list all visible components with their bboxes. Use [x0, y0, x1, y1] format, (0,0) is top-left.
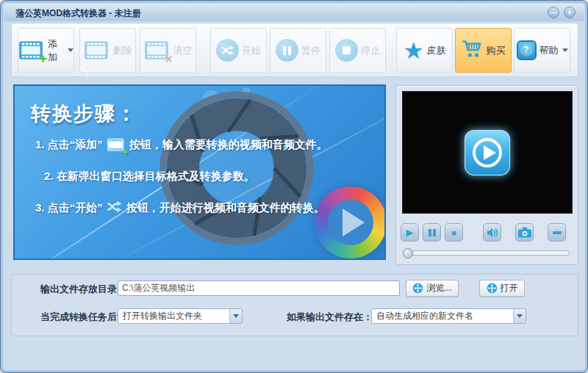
play-triangle-icon — [343, 209, 365, 236]
stop-button: 停止 — [329, 28, 386, 73]
minus-icon — [86, 66, 87, 80]
close-button[interactable]: × — [564, 7, 576, 18]
title-bar[interactable]: 蒲公英MOD格式转换器 - 未注册 — × — [4, 4, 584, 21]
clear-label: 清空 — [173, 44, 193, 57]
steps-panel-background: 转换步骤： 1. 点击“添加” + 按钮，输入需要转换的视频和音频文件。 2. … — [13, 84, 386, 260]
big-play-button[interactable] — [465, 130, 510, 175]
step-2: 2. 在新弹出窗口选择目标格式及转换参数。 — [44, 170, 255, 184]
dropdown-arrow-icon — [68, 48, 74, 52]
play-icon: ▶ — [406, 227, 414, 238]
clear-button: × 清空 — [140, 28, 196, 73]
steps-title: 转换步骤： — [31, 101, 137, 127]
skin-button[interactable]: ★ 皮肤 — [396, 28, 453, 73]
chevron-down-icon[interactable] — [513, 309, 526, 323]
step-1: 1. 点击“添加” + 按钮，输入需要转换的视频和音频文件。 — [35, 137, 328, 153]
output-dir-label: 输出文件存放目录： — [40, 283, 126, 296]
preview-panel: ▶ ■ — [395, 85, 578, 265]
delete-button: 删除 — [79, 28, 136, 73]
play-button[interactable]: ▶ — [401, 223, 419, 242]
cart-icon — [462, 39, 484, 62]
output-dir-input[interactable] — [118, 280, 400, 296]
reel-icon — [487, 283, 498, 294]
start-button: 开始 — [210, 28, 267, 73]
stop-icon — [335, 39, 358, 62]
add-label: 添加 — [48, 37, 64, 64]
camera-icon — [518, 227, 531, 238]
buy-button[interactable]: 购买 — [455, 28, 512, 73]
film-delete-icon — [84, 40, 110, 62]
after-task-select[interactable]: 打开转换输出文件夹 — [118, 308, 243, 324]
pause-label: 暂停 — [301, 44, 320, 57]
minus-icon — [553, 231, 562, 234]
stop-label: 停止 — [361, 44, 380, 57]
step-3-text: 3. 点击“开始” — [35, 201, 103, 215]
step-1-text: 1. 点击“添加” — [35, 138, 103, 152]
shuffle-icon — [216, 39, 239, 62]
seek-thumb[interactable] — [403, 248, 413, 258]
stop-button[interactable]: ■ — [445, 223, 463, 242]
buy-label: 购买 — [487, 44, 506, 57]
minimize-icon: — — [551, 9, 557, 16]
app-window: 蒲公英MOD格式转换器 - 未注册 — × + 添加 删除 × 清空 — [0, 0, 588, 373]
film-clear-icon: × — [144, 40, 171, 62]
steps-panel: 转换步骤： 1. 点击“添加” + 按钮，输入需要转换的视频和音频文件。 2. … — [12, 84, 387, 261]
step-1-text: 按钮，输入需要转换的视频和音频文件。 — [129, 138, 328, 152]
open-button[interactable]: 打开 — [479, 280, 525, 297]
after-task-label: 当完成转换任务后： — [40, 311, 126, 324]
pause-button[interactable] — [423, 223, 441, 242]
speaker-icon — [487, 228, 498, 238]
film-add-icon: + — [107, 137, 126, 153]
output-settings-panel: 输出文件存放目录： 浏览... 打开 当完成转换任务后： 打开转换输出文件夹 如… — [11, 274, 578, 336]
help-button[interactable]: ? 帮助 — [514, 28, 570, 73]
step-3: 3. 点击“开始” 按钮，开始进行视频和音频文件的转换。 — [35, 200, 325, 215]
pause-icon — [429, 229, 436, 236]
rainbow-play-graphic — [315, 186, 386, 258]
start-label: 开始 — [242, 44, 261, 57]
plus-icon: + — [39, 54, 47, 64]
volume-button[interactable] — [483, 223, 501, 242]
cross-icon: × — [165, 54, 173, 64]
delete-label: 删除 — [113, 44, 132, 57]
skin-label: 皮肤 — [427, 44, 446, 57]
step-3-text: 按钮，开始进行视频和音频文件的转换。 — [126, 201, 325, 215]
plus-icon: + — [122, 148, 129, 156]
open-label: 打开 — [501, 282, 518, 294]
step-2-text: 2. 在新弹出窗口选择目标格式及转换参数。 — [44, 170, 255, 184]
help-label: 帮助 — [539, 44, 559, 57]
after-task-value: 打开转换输出文件夹 — [118, 310, 229, 322]
star-icon: ★ — [403, 40, 424, 62]
mute-button[interactable] — [548, 223, 566, 242]
snapshot-button[interactable] — [515, 223, 534, 242]
play-icon — [471, 137, 503, 169]
stop-icon: ■ — [451, 228, 456, 237]
toolbar: + 添加 删除 × 清空 开始 暂停 — [11, 23, 578, 77]
add-button[interactable]: + 添加 — [18, 28, 74, 73]
pause-icon — [276, 39, 298, 62]
dropdown-arrow-icon — [562, 48, 568, 52]
minimize-button[interactable]: — — [548, 7, 559, 18]
browse-label: 浏览... — [426, 282, 451, 294]
browse-button[interactable]: 浏览... — [406, 280, 459, 297]
shuffle-icon — [107, 200, 123, 215]
reel-icon — [412, 283, 423, 294]
close-icon: × — [567, 9, 571, 16]
pause-button: 暂停 — [270, 28, 326, 73]
if-exists-select[interactable]: 自动生成相应的新文件名 — [371, 308, 526, 324]
chevron-down-icon[interactable] — [229, 309, 242, 323]
film-add-icon: + — [18, 40, 45, 62]
question-icon: ? — [517, 40, 537, 60]
video-screen — [402, 91, 573, 214]
if-exists-label: 如果输出文件存在： — [287, 311, 373, 324]
if-exists-value: 自动生成相应的新文件名 — [372, 310, 513, 322]
seek-bar[interactable] — [404, 250, 570, 256]
window-title: 蒲公英MOD格式转换器 - 未注册 — [15, 7, 141, 20]
